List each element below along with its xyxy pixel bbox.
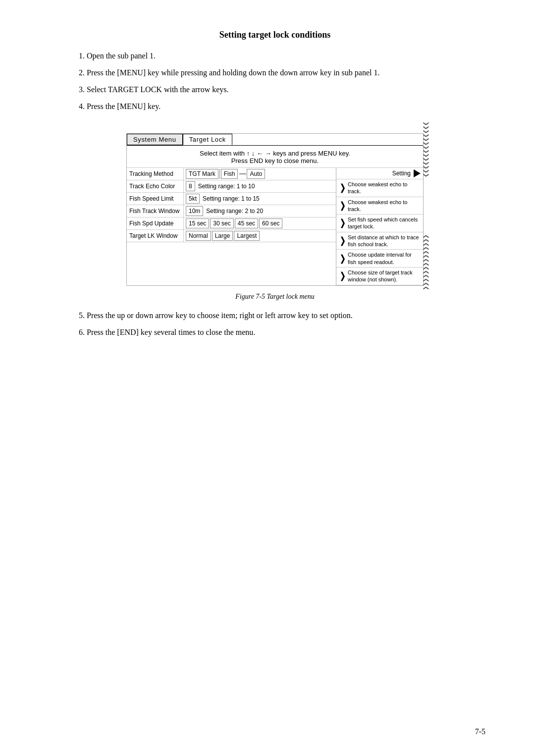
menu-rows-container: Tracking Method TGT Mark Fish Auto bbox=[127, 168, 336, 285]
range-fish-speed: Setting range: 1 to 15 bbox=[203, 195, 260, 202]
range-echo-color: Setting range: 1 to 10 bbox=[198, 183, 255, 190]
menu-body: Tracking Method TGT Mark Fish Auto bbox=[127, 168, 423, 285]
figure-caption: Figure 7-5 Target lock menu bbox=[72, 293, 478, 301]
option-tgt-mark: TGT Mark bbox=[186, 169, 218, 179]
label-fish-speed-limit: Fish Speed Limit bbox=[127, 193, 184, 205]
instruction-line2: Press END key to close menu. bbox=[132, 157, 418, 164]
setting-note-2: ❭ Choose weakest echo to track. bbox=[336, 197, 423, 215]
row-tracking-method: Tracking Method TGT Mark Fish Auto bbox=[127, 168, 336, 180]
menu-instructions: Select item with ↑ ↓ ← → keys and press … bbox=[127, 146, 423, 168]
tab-system-menu: System Menu bbox=[127, 134, 183, 145]
option-largest: Largest bbox=[234, 231, 260, 241]
options-fish-speed-limit: 5kt Setting range: 1 to 15 bbox=[184, 193, 336, 205]
step-1: Open the sub panel 1. bbox=[87, 50, 478, 62]
row-fish-track-window: Fish Track Window 10m Setting range: 2 t… bbox=[127, 205, 336, 217]
step-2: Press the [MENU] key while pressing and … bbox=[87, 67, 478, 79]
option-fish: Fish bbox=[221, 169, 238, 179]
option-auto: Auto bbox=[247, 169, 265, 179]
step-6: Press the [END] key several times to clo… bbox=[87, 326, 478, 338]
menu-header-tabs: System Menu Target Lock bbox=[127, 134, 423, 146]
value-echo-color: 8 bbox=[186, 181, 195, 191]
setting-note-5: ❭ Choose update interval for fish speed … bbox=[336, 250, 423, 268]
label-tracking-method: Tracking Method bbox=[127, 168, 184, 180]
setting-header: Setting bbox=[336, 168, 423, 179]
setting-note-4: ❭ Set distance at which to trace fish sc… bbox=[336, 232, 423, 250]
option-normal: Normal bbox=[186, 231, 211, 241]
zigzag-top-icon: ❯❯❯❯❯❯❯❯❯❯❯❯❯❯ bbox=[424, 121, 428, 177]
row-fish-spd-update: Fish Spd Update 15 sec 30 sec 45 sec 60 … bbox=[127, 217, 336, 230]
zigzag-bottom-icon: ❮❮❮❮❮❮❮❮❮❮❮❮❮❮ bbox=[424, 234, 428, 290]
instruction-line1: Select item with ↑ ↓ ← → keys and press … bbox=[132, 150, 418, 157]
setting-arrow-icon bbox=[414, 169, 421, 177]
range-fish-track: Setting range: 2 to 20 bbox=[206, 208, 263, 215]
options-track-echo-color: 8 Setting range: 1 to 10 bbox=[184, 180, 336, 192]
row-target-lk-window: Target LK Window Normal Large Largest bbox=[127, 230, 336, 242]
option-60sec: 60 sec bbox=[259, 218, 282, 228]
option-15sec: 15 sec bbox=[186, 218, 209, 228]
setting-column: Setting ❭ Choose weakest echo to track. … bbox=[336, 168, 423, 285]
steps-list: Open the sub panel 1. Press the [MENU] k… bbox=[87, 50, 478, 112]
options-target-lk-window: Normal Large Largest bbox=[184, 230, 336, 242]
option-30sec: 30 sec bbox=[210, 218, 233, 228]
option-large: Large bbox=[212, 231, 233, 241]
options-fish-track-window: 10m Setting range: 2 to 20 bbox=[184, 205, 336, 217]
label-fish-track-window: Fish Track Window bbox=[127, 205, 184, 217]
setting-label: Setting bbox=[392, 170, 411, 177]
setting-note-6: ❭ Choose size of target track window (no… bbox=[336, 268, 423, 285]
menu-diagram: System Menu Target Lock Select item with… bbox=[126, 133, 424, 286]
value-fish-track: 10m bbox=[186, 206, 203, 216]
steps-after-list: Press the up or down arrow key to choose… bbox=[87, 310, 478, 338]
tab-target-lock: Target Lock bbox=[183, 134, 232, 145]
section-heading: Setting target lock conditions bbox=[72, 30, 478, 40]
label-track-echo-color: Track Echo Color bbox=[127, 180, 184, 192]
value-fish-speed: 5kt bbox=[186, 194, 200, 204]
row-track-echo-color: Track Echo Color 8 Setting range: 1 to 1… bbox=[127, 180, 336, 193]
label-fish-spd-update: Fish Spd Update bbox=[127, 217, 184, 229]
step-4: Press the [MENU] key. bbox=[87, 101, 478, 112]
setting-note-1: ❭ Choose weakest echo to track. bbox=[336, 179, 423, 197]
page-number: 7-5 bbox=[475, 727, 485, 736]
options-fish-spd-update: 15 sec 30 sec 45 sec 60 sec bbox=[184, 217, 336, 229]
label-target-lk-window: Target LK Window bbox=[127, 230, 184, 242]
options-tracking-method: TGT Mark Fish Auto bbox=[184, 168, 336, 180]
step-5: Press the up or down arrow key to choose… bbox=[87, 310, 478, 322]
setting-note-3: ❭ Set fish speed which cancels target lo… bbox=[336, 215, 423, 232]
option-45sec: 45 sec bbox=[235, 218, 258, 228]
step-3: Select TARGET LOCK with the arrow keys. bbox=[87, 84, 478, 96]
row-fish-speed-limit: Fish Speed Limit 5kt Setting range: 1 to… bbox=[127, 193, 336, 205]
